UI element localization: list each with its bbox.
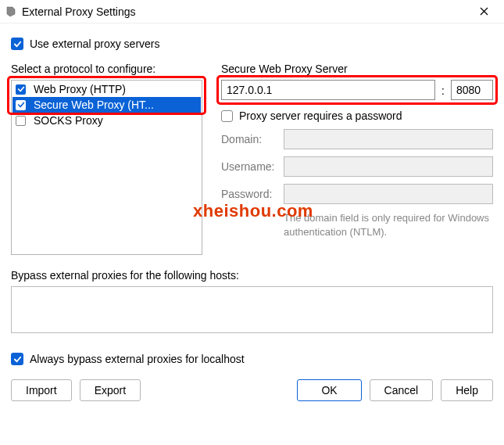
always-bypass-label: Always bypass external proxies for local… (30, 353, 245, 365)
requires-password-label: Proxy server requires a password (239, 109, 402, 122)
close-button[interactable] (468, 1, 499, 23)
export-button[interactable]: Export (80, 379, 141, 401)
protocol-checkbox[interactable] (16, 84, 26, 95)
import-button[interactable]: Import (11, 379, 72, 401)
requires-password-checkbox[interactable] (221, 110, 233, 122)
username-label: Username: (221, 160, 284, 173)
window-title: External Proxy Settings (22, 5, 468, 18)
password-input (284, 184, 493, 204)
protocol-item-https[interactable]: Secure Web Proxy (HT... (13, 97, 201, 113)
always-bypass-checkbox[interactable] (11, 353, 23, 365)
bypass-label: Bypass external proxies for the followin… (11, 269, 493, 282)
ok-button[interactable]: OK (297, 379, 361, 401)
use-external-label: Use external proxy servers (30, 38, 160, 50)
use-external-checkbox[interactable] (11, 38, 23, 50)
domain-label: Domain: (221, 133, 284, 145)
colon-separator: : (441, 84, 445, 97)
protocol-label: SOCKS Proxy (34, 114, 103, 127)
server-header: Secure Web Proxy Server (221, 63, 493, 75)
protocol-item-http[interactable]: Web Proxy (HTTP) (13, 81, 201, 97)
username-input (284, 156, 493, 177)
domain-input (284, 129, 493, 149)
server-port-input[interactable] (451, 80, 493, 100)
protocol-checkbox[interactable] (16, 100, 26, 110)
password-label: Password: (221, 188, 284, 200)
server-address-input[interactable] (221, 80, 435, 100)
bypass-hosts-input[interactable] (11, 286, 493, 333)
protocol-list[interactable]: Web Proxy (HTTP) Secure Web Proxy (HT...… (11, 80, 202, 255)
protocol-checkbox[interactable] (16, 116, 26, 126)
cancel-button[interactable]: Cancel (370, 379, 434, 401)
protocol-header: Select a protocol to configure: (11, 63, 202, 75)
protocol-label: Secure Web Proxy (HT... (34, 99, 154, 111)
app-icon (5, 5, 17, 18)
protocol-item-socks[interactable]: SOCKS Proxy (13, 113, 201, 128)
ntlm-note: The domain field is only required for Wi… (284, 211, 493, 239)
protocol-label: Web Proxy (HTTP) (34, 83, 126, 95)
help-button[interactable]: Help (441, 379, 493, 401)
